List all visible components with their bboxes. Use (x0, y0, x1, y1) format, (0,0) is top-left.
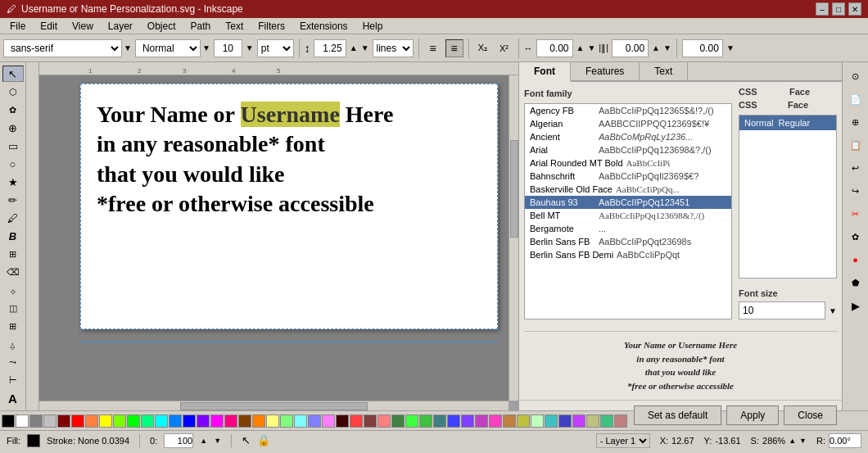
right-expand[interactable]: ▶ (845, 295, 866, 316)
scrollbar-horizontal[interactable] (39, 401, 509, 410)
palette-color-swatch[interactable] (252, 414, 265, 428)
font-item-bell[interactable]: Bell MT AaBbCcIiPpQq123698&?,/() (525, 209, 731, 222)
palette-color-swatch[interactable] (197, 414, 210, 428)
kern-input[interactable] (612, 39, 649, 57)
circle-tool[interactable]: ○ (2, 156, 24, 172)
palette-color-swatch[interactable] (43, 414, 57, 428)
rotation-input[interactable] (829, 433, 861, 448)
menu-filters[interactable]: Filters (251, 18, 292, 34)
palette-color-swatch[interactable] (405, 414, 418, 428)
close-button[interactable]: ✕ (848, 2, 861, 16)
palette-color-swatch[interactable] (419, 414, 432, 428)
right-tool-7[interactable]: ✂ (845, 203, 866, 224)
font-item-berlin-sans[interactable]: Berlin Sans FB AaBbCcIiPpQqt23698s (525, 235, 731, 248)
right-tool-8[interactable]: ✿ (845, 226, 866, 247)
menu-edit[interactable]: Edit (34, 18, 64, 34)
set-as-default-button[interactable]: Set as default (634, 405, 721, 425)
dropper-tool[interactable]: ⍙ (2, 337, 24, 353)
palette-color-swatch[interactable] (85, 414, 98, 428)
pencil-tool[interactable]: ✏ (2, 192, 24, 208)
superscript-button[interactable]: X² (495, 39, 513, 57)
style-item-normal-regular[interactable]: Normal Regular (739, 116, 836, 130)
palette-color-swatch[interactable] (71, 414, 84, 428)
palette-color-swatch[interactable] (377, 414, 391, 428)
select-tool[interactable]: ↖ (2, 66, 24, 82)
scroll-thumb-v[interactable] (510, 140, 518, 238)
scrollbar-vertical[interactable] (509, 75, 518, 401)
extra-input[interactable] (682, 39, 723, 57)
palette-color-swatch[interactable] (113, 414, 126, 428)
apply-button[interactable]: Apply (726, 405, 779, 425)
menu-text[interactable]: Text (219, 18, 250, 34)
font-item-baskerville[interactable]: Baskerville Old Face AaBbCcIiPpQq... (525, 183, 731, 196)
tweak-tool[interactable]: ✿ (2, 102, 24, 118)
tracking-input[interactable] (536, 39, 573, 57)
palette-color-swatch[interactable] (447, 414, 460, 428)
minimize-button[interactable]: – (816, 2, 829, 16)
font-item-berlin-demi[interactable]: Berlin Sans FB Demi AaBbCcIiPpQqt (525, 248, 731, 261)
eraser-tool[interactable]: ⌫ (2, 265, 24, 281)
font-item-arial[interactable]: Arial AaBbCcIiPpQq123698&?,/() (525, 143, 731, 156)
right-tool-4[interactable]: 📋 (845, 134, 866, 156)
subscript-button[interactable]: X₂ (474, 39, 492, 57)
zoom-tool[interactable]: ⊕ (2, 120, 24, 136)
font-item-agency[interactable]: Agency FB AaBbCcIiPpQq12365$&!?,/() (525, 104, 731, 117)
align-center-button[interactable]: ≡ (445, 39, 463, 57)
palette-color-swatch[interactable] (391, 414, 405, 428)
connector-tool[interactable]: ⤳ (2, 355, 24, 371)
panel-font-size-dropdown-icon[interactable]: ▼ (829, 306, 837, 315)
menu-view[interactable]: View (66, 18, 100, 34)
palette-color-swatch[interactable] (280, 414, 293, 428)
palette-color-swatch[interactable] (600, 414, 613, 428)
menu-extensions[interactable]: Extensions (293, 18, 355, 34)
style-list[interactable]: Normal Regular (739, 115, 837, 279)
kern-down[interactable]: ▼ (663, 43, 671, 52)
panel-font-size-input[interactable] (739, 301, 825, 319)
kern-up[interactable]: ▲ (652, 43, 660, 52)
palette-color-swatch[interactable] (336, 414, 349, 428)
close-button[interactable]: Close (784, 405, 837, 425)
canvas-scroll[interactable]: Your Name or Username Here in any reason… (39, 75, 509, 401)
tab-features[interactable]: Features (571, 62, 640, 80)
palette-color-swatch[interactable] (224, 414, 237, 428)
palette-color-swatch[interactable] (210, 414, 224, 428)
rect-tool[interactable]: ▭ (2, 138, 24, 154)
gradient-tool[interactable]: ◫ (2, 301, 24, 317)
palette-color-swatch[interactable] (503, 414, 516, 428)
palette-color-swatch[interactable] (238, 414, 251, 428)
right-tool-9[interactable]: ● (845, 249, 866, 270)
maximize-button[interactable]: □ (832, 2, 845, 16)
palette-color-swatch[interactable] (308, 414, 321, 428)
menu-layer[interactable]: Layer (102, 18, 139, 34)
palette-color-swatch[interactable] (545, 414, 558, 428)
palette-color-swatch[interactable] (517, 414, 530, 428)
text-tool[interactable]: A (2, 391, 24, 407)
line-height-down[interactable]: ▼ (361, 43, 369, 52)
scroll-thumb-h[interactable] (180, 402, 368, 410)
font-item-arial-rounded[interactable]: Arial Rounded MT Bold AaBbCcIiPi (525, 156, 731, 170)
tab-text[interactable]: Text (640, 62, 688, 80)
palette-color-swatch[interactable] (461, 414, 474, 428)
palette-color-swatch[interactable] (614, 414, 627, 428)
layer-select[interactable]: - Layer 1 (596, 433, 650, 448)
pen-tool[interactable]: 🖊 (2, 210, 24, 226)
palette-color-swatch[interactable] (2, 414, 15, 428)
palette-color-swatch[interactable] (489, 414, 502, 428)
palette-color-swatch[interactable] (141, 414, 154, 428)
palette-color-swatch[interactable] (475, 414, 488, 428)
right-tool-1[interactable]: ⊙ (845, 66, 866, 87)
opacity-input[interactable] (164, 433, 193, 448)
font-item-algerian[interactable]: Algerian AABBCCIIPPQQ12369$€!¥ (525, 117, 731, 130)
zoom-up[interactable]: ▲ (789, 437, 796, 445)
bucket-tool[interactable]: ⬦ (2, 283, 24, 299)
font-size-input[interactable] (214, 39, 242, 57)
font-item-ancient[interactable]: Ancient AaBbCoMpRqLy1236... (525, 130, 731, 143)
track-up[interactable]: ▲ (576, 43, 585, 52)
palette-color-swatch[interactable] (127, 414, 140, 428)
callig-tool[interactable]: B (2, 228, 24, 244)
right-tool-2[interactable]: 📄 (845, 88, 866, 110)
palette-color-swatch[interactable] (169, 414, 182, 428)
palette-color-swatch[interactable] (16, 414, 29, 428)
opacity-down[interactable]: ▼ (214, 437, 221, 445)
align-left-button[interactable]: ≡ (424, 39, 442, 57)
